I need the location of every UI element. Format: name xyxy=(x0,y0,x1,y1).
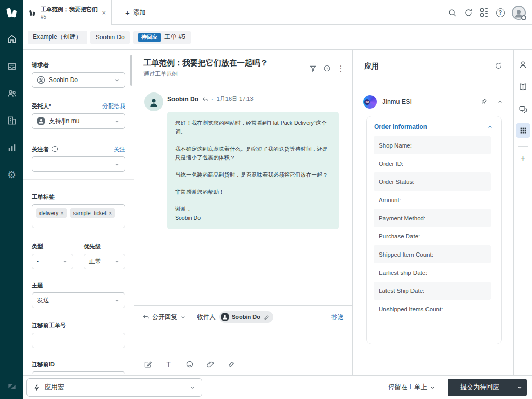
customers-icon[interactable] xyxy=(6,87,18,100)
remove-tag-icon[interactable]: × xyxy=(60,210,63,216)
chevron-down-icon xyxy=(180,314,186,320)
subject-value: 发送 xyxy=(37,296,49,305)
info-icon xyxy=(51,145,58,152)
help-icon[interactable]: ? xyxy=(496,8,505,17)
bottom-action-bar: 应用宏 停留在工单上 提交为待回应 xyxy=(23,375,532,399)
emoji-icon[interactable] xyxy=(185,360,194,368)
submit-as-pending-button[interactable]: 提交为待回应 xyxy=(448,379,512,396)
filter-icon[interactable] xyxy=(309,64,317,72)
app-name: Jinmu ESI xyxy=(382,98,412,105)
apps-panel: 应用 JM Jinmu ESI Order Information Shop N… xyxy=(352,50,513,375)
message-paragraph: 当统一包装的商品到货时，是否意味着我必须将它们放在一起？ xyxy=(175,170,331,179)
priority-select[interactable]: 正常 xyxy=(84,254,125,269)
add-app-plus-icon[interactable]: + xyxy=(518,153,528,164)
apps-grid-icon[interactable] xyxy=(516,123,530,138)
followers-select[interactable] xyxy=(32,156,125,172)
user-avatar[interactable] xyxy=(512,6,526,20)
attachment-icon[interactable] xyxy=(206,360,215,368)
product-tray-icon[interactable] xyxy=(480,8,489,17)
message-paragraph: 非常感谢您的帮助！ xyxy=(175,188,331,196)
requester-value: Soobin Do xyxy=(49,76,78,84)
migration-id-label: 迁移前ID xyxy=(32,361,55,368)
assignee-avatar xyxy=(37,117,45,125)
order-field-shipped-item-count: Shipped Item Count: xyxy=(374,245,491,263)
type-value: - xyxy=(37,258,39,265)
conversation-header: 工单范例：我要把它们放在一起吗？ 通过工单范例 ⋮ xyxy=(134,50,352,83)
recipient-avatar xyxy=(221,313,229,321)
organizations-icon[interactable] xyxy=(6,114,18,127)
breadcrumb-brand[interactable]: Example（创建） xyxy=(28,31,87,44)
link-icon[interactable] xyxy=(227,360,235,368)
apply-macro-select[interactable]: 应用宏 xyxy=(26,378,202,397)
admin-gear-icon[interactable]: ⚙ xyxy=(6,168,18,181)
order-information-title[interactable]: Order Information xyxy=(374,123,427,130)
reply-arrow-icon xyxy=(142,314,149,321)
assign-to-me-link[interactable]: 分配给我 xyxy=(102,102,125,110)
migration-ticket-input[interactable] xyxy=(32,332,125,348)
collapse-app-chevron-icon[interactable] xyxy=(497,99,503,105)
order-field-unshipped-items-count: Unshipped Items Count: xyxy=(374,300,491,318)
priority-label: 优先级 xyxy=(84,243,101,250)
breadcrumb-ticket[interactable]: 待回应 工单 #5 xyxy=(133,31,191,44)
views-icon[interactable] xyxy=(6,60,18,73)
zendesk-z-icon xyxy=(6,380,18,393)
top-actions: ? xyxy=(447,0,526,25)
submit-options-chevron[interactable] xyxy=(512,379,527,396)
type-select[interactable]: - xyxy=(32,254,73,269)
assignee-label: 受托人* xyxy=(32,102,51,110)
search-icon[interactable] xyxy=(447,8,457,17)
remove-tag-icon[interactable]: × xyxy=(109,210,112,216)
zendesk-agent-workspace: ⚙ 工单范例：我要把它们放... #5 × + 添加 ? xyxy=(0,0,532,399)
message-paragraph: 我不确定这到底意味着什么。是缩短了我的送货等待时间，还是只是缩小了包裹的体积？ xyxy=(175,144,331,162)
message-author[interactable]: Soobin Do xyxy=(167,96,198,103)
pin-icon[interactable] xyxy=(480,98,488,106)
breadcrumb-requester[interactable]: Soobin Do xyxy=(90,31,130,44)
customer-context-icon[interactable] xyxy=(518,59,528,70)
recipient-pill[interactable]: Soobin Do xyxy=(219,311,273,323)
message-bubble: 您好！我在浏览您的网站时，经常看到"Flat Pack Delivery"这个词… xyxy=(167,112,339,229)
collapse-section-chevron-icon[interactable] xyxy=(487,124,493,130)
top-bar: 工单范例：我要把它们放... #5 × + 添加 ? xyxy=(23,0,532,25)
status-dot xyxy=(521,15,526,20)
order-field-order-id: Order ID: xyxy=(374,154,491,172)
knowledge-icon[interactable] xyxy=(518,82,528,92)
ticket-tab[interactable]: 工单范例：我要把它们放... #5 × xyxy=(23,0,112,25)
recipient-name: Soobin Do xyxy=(232,314,260,320)
reply-type-select[interactable]: 公开回复 xyxy=(142,313,186,322)
migration-id-input[interactable] xyxy=(32,371,125,375)
tag-sample-ticket[interactable]: sample_ticket× xyxy=(70,208,115,218)
priority-value: 正常 xyxy=(89,257,101,266)
migration-ticket-label: 迁移前工单号 xyxy=(32,322,66,329)
message-signoff: 谢谢， xyxy=(175,205,331,214)
edit-pencil-icon[interactable] xyxy=(263,314,269,320)
divider xyxy=(23,179,134,180)
message-paragraph: 您好！我在浏览您的网站时，经常看到"Flat Pack Delivery"这个词… xyxy=(175,118,331,136)
zendesk-logo xyxy=(5,6,19,20)
refresh-icon[interactable] xyxy=(463,8,473,17)
apps-refresh-icon[interactable] xyxy=(495,62,503,70)
context-rail: + xyxy=(513,50,532,375)
subject-label: 主题 xyxy=(32,282,43,289)
close-icon[interactable]: × xyxy=(102,9,106,17)
compose-note-icon[interactable] xyxy=(143,360,152,368)
ticket-icon xyxy=(29,9,36,17)
order-field-amount: Amount: xyxy=(374,191,491,209)
reporting-icon[interactable] xyxy=(6,141,18,154)
reply-arrow-icon xyxy=(202,96,208,102)
requester-select[interactable]: Soobin Do xyxy=(32,72,125,88)
follow-link[interactable]: 关注 xyxy=(114,145,125,153)
chevron-down-icon xyxy=(114,118,120,124)
stay-on-ticket-select[interactable]: 停留在工单上 xyxy=(388,383,435,392)
conversations-icon[interactable] xyxy=(518,104,528,114)
kebab-menu-icon[interactable]: ⋮ xyxy=(337,64,345,72)
tag-delivery[interactable]: delivery× xyxy=(36,208,67,218)
text-format-icon[interactable]: T xyxy=(164,360,173,368)
assignee-select[interactable]: 支持/jin mu xyxy=(32,113,125,129)
subject-select[interactable]: 发送 xyxy=(32,292,125,308)
cc-link[interactable]: 抄送 xyxy=(331,313,344,322)
home-icon[interactable] xyxy=(6,33,18,45)
separator-dot: · xyxy=(211,96,214,102)
add-tab-button[interactable]: + 添加 xyxy=(119,0,152,25)
events-history-icon[interactable] xyxy=(323,64,331,72)
tags-field[interactable]: delivery× sample_ticket× xyxy=(32,204,125,228)
